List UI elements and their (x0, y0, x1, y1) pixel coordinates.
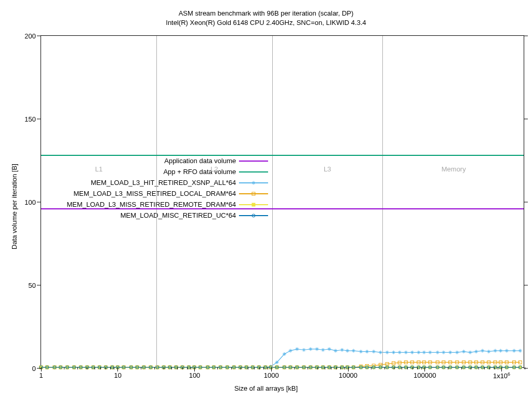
svg-point-538 (252, 214, 255, 217)
x-minor-tick (340, 367, 341, 369)
x-minor-tick (241, 367, 241, 369)
x-minor-tick (110, 367, 111, 369)
x-minor-tick (417, 367, 418, 369)
x-minor-tick (402, 367, 402, 369)
x-minor-tick (344, 367, 345, 369)
x-minor-tick (384, 367, 385, 369)
x-minor-tick (100, 367, 101, 369)
x-minor-tick (371, 367, 371, 369)
x-tick-mark (117, 367, 118, 371)
x-minor-tick (331, 367, 331, 369)
x-minor-tick (448, 367, 448, 369)
x-minor-tick (498, 367, 498, 369)
svg-rect-537 (252, 203, 255, 206)
chart-container: ASM stream benchmark with 96B per iterat… (0, 0, 532, 399)
region-label: L3 (324, 165, 331, 173)
chart-subtitle: Intel(R) Xeon(R) Gold 6148 CPU 2.40GHz, … (0, 19, 532, 26)
x-minor-tick (421, 367, 422, 369)
plot-area: Application data volumeApp + RFO data vo… (41, 35, 524, 368)
y-axis-label: Data volume per iteration [B] (10, 164, 18, 249)
x-minor-tick (154, 367, 155, 369)
x-minor-tick (231, 367, 232, 369)
legend-sample (239, 179, 268, 187)
x-minor-tick (336, 367, 337, 369)
cache-boundary-line (382, 36, 383, 367)
y-tick-mark (37, 285, 41, 286)
legend-sample (239, 168, 268, 176)
x-minor-tick (413, 367, 413, 369)
x-tick-mark (271, 367, 272, 371)
x-minor-tick (484, 367, 485, 369)
y-tick-mark (524, 119, 528, 119)
legend-sample (239, 157, 268, 165)
legend-label: MEM_LOAD_L3_MISS_RETIRED_REMOTE_DRAM*64 (66, 201, 239, 208)
legend-sample (239, 190, 268, 197)
x-minor-tick (87, 367, 87, 369)
x-minor-tick (141, 367, 141, 369)
constant-line (41, 208, 524, 209)
legend-label: Application data volume (164, 157, 239, 165)
x-minor-tick (489, 367, 490, 369)
legend-entry: MEM_LOAD_L3_MISS_RETIRED_LOCAL_DRAM*64 (66, 188, 268, 199)
x-tick-mark (501, 367, 502, 371)
svg-rect-536 (252, 192, 255, 195)
legend-sample (239, 201, 268, 208)
x-tick-mark (424, 367, 425, 371)
y-tick-mark (37, 36, 41, 36)
x-minor-tick (248, 367, 248, 369)
x-minor-tick (217, 367, 218, 369)
y-tick-mark (524, 285, 528, 286)
x-minor-tick (478, 367, 479, 369)
x-minor-tick (77, 367, 78, 369)
x-minor-tick (525, 367, 525, 369)
x-minor-tick (461, 367, 462, 369)
x-minor-tick (268, 367, 268, 369)
constant-line (41, 155, 524, 156)
cache-boundary-line (156, 36, 157, 367)
x-minor-tick (164, 367, 164, 369)
x-tick-mark (41, 367, 42, 371)
x-minor-tick (294, 367, 295, 369)
legend-label: MEM_LOAD_L3_HIT_RETIRED_XSNP_ALL*64 (91, 179, 240, 187)
x-minor-tick (187, 367, 188, 369)
region-label: Memory (442, 165, 466, 173)
region-label: L1 (95, 165, 102, 173)
chart-title: ASM stream benchmark with 96B per iterat… (0, 9, 532, 17)
legend-label: App + RFO data volume (163, 168, 239, 176)
x-minor-tick (105, 367, 106, 369)
legend-entry: MEM_LOAD_MISC_RETIRED_UC*64 (66, 210, 268, 221)
x-minor-tick (263, 367, 264, 369)
x-tick-mark (194, 367, 195, 371)
x-minor-tick (171, 367, 172, 369)
x-minor-tick (407, 367, 408, 369)
x-minor-tick (177, 367, 178, 369)
x-minor-tick (494, 367, 495, 369)
x-minor-tick (325, 367, 325, 369)
x-minor-tick (182, 367, 183, 369)
x-minor-tick (95, 367, 95, 369)
region-label: L2 (210, 165, 218, 173)
x-tick-mark (348, 367, 349, 371)
x-minor-tick (308, 367, 308, 369)
y-tick-mark (524, 36, 528, 36)
legend-label: MEM_LOAD_MISC_RETIRED_UC*64 (121, 211, 240, 219)
y-tick-mark (37, 119, 41, 119)
legend-sample (239, 212, 268, 219)
cache-boundary-line (272, 36, 273, 367)
x-minor-tick (471, 367, 471, 369)
x-minor-tick (259, 367, 260, 369)
x-minor-tick (114, 367, 114, 369)
x-minor-tick (254, 367, 255, 369)
x-minor-tick (191, 367, 191, 369)
x-minor-tick (64, 367, 64, 369)
x-minor-tick (317, 367, 318, 369)
legend-entry: MEM_LOAD_L3_HIT_RETIRED_XSNP_ALL*64 (66, 177, 268, 188)
x-minor-tick (394, 367, 394, 369)
x-axis-label: Size of all arrays [kB] (0, 384, 532, 392)
y-tick-mark (37, 202, 41, 203)
y-tick-mark (524, 202, 528, 203)
